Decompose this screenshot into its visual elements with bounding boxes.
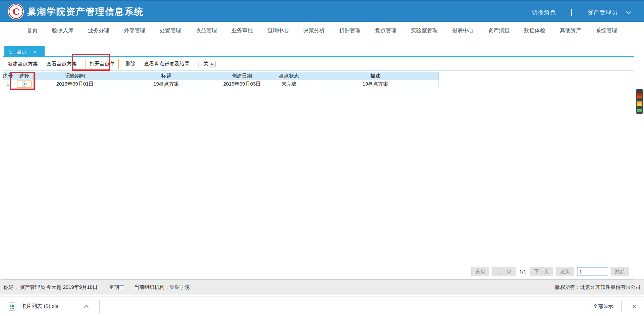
jump-button[interactable]: 跳转 (611, 267, 629, 276)
first-page-button[interactable]: 首页 (471, 267, 489, 276)
cell-period: 2019年09月01日 (36, 80, 114, 88)
content-panel: 盘点 ✕ 新建盘点方案 查看盘点方案 打开盘点单 删除 查看盘点进度及结果 关 … (3, 40, 634, 279)
download-bar: 卡片列表 (1).xls 全部显示 ✕ (0, 297, 644, 316)
cell-created: 2019年09月03日 (218, 80, 266, 88)
cell-desc: 19盘点方案 (312, 80, 439, 88)
tab-close-icon[interactable]: ✕ (33, 49, 37, 54)
header-divider (571, 9, 572, 16)
download-bar-divider (99, 300, 100, 313)
new-inventory-plan-button[interactable]: 新建盘点方案 (8, 61, 38, 67)
performance-bars-icon (637, 91, 642, 112)
col-header-period: 记账期间 (36, 72, 114, 80)
nav-item-system[interactable]: 系统管理 (596, 27, 617, 34)
downloaded-file-name: 卡片列表 (1).xls (21, 303, 58, 310)
current-role-label: 资产管理员 (587, 8, 618, 16)
excel-file-icon (9, 302, 15, 311)
view-progress-result-button[interactable]: 查看盘点进度及结果 (144, 61, 190, 67)
downloaded-file-chip[interactable]: 卡片列表 (1).xls (9, 302, 89, 311)
status-organization: 当前组织机构：巢湖学院 (134, 284, 190, 290)
app-header: C 巢湖学院资产管理信息系统 切换角色 资产管理员 (0, 0, 644, 22)
nav-item-income[interactable]: 收益管理 (196, 27, 217, 34)
nav-item-inventory[interactable]: 盘点管理 (375, 27, 396, 34)
annotation-box-open-inventory (72, 54, 110, 71)
tab-label: 盘点 (17, 49, 27, 55)
performance-widget[interactable] (636, 89, 643, 114)
chevron-up-icon[interactable] (84, 305, 89, 310)
download-bar-close-icon[interactable]: ✕ (632, 303, 637, 310)
status-greeting: 你好， 资产管理员 今天是 2019年9月18日 (3, 284, 98, 290)
status-left: 你好， 资产管理员 今天是 2019年9月18日 星期三 当前组织机构：巢湖学院 (3, 284, 190, 291)
nav-item-lab[interactable]: 实验室管理 (411, 27, 438, 34)
nav-item-report[interactable]: 报表中心 (452, 27, 474, 34)
nav-item-analysis[interactable]: 决策分析 (303, 27, 325, 34)
switch-role-button[interactable]: 切换角色 (532, 8, 556, 16)
nav-item-home[interactable]: 首页 (27, 27, 38, 34)
logo-letter: C (8, 4, 24, 19)
nav-item-acceptance[interactable]: 验收入库 (52, 27, 73, 34)
page-info: 1/1 (519, 269, 526, 274)
nav-item-query[interactable]: 查询中心 (267, 27, 289, 34)
overflow-arrow-button[interactable]: ▶ (209, 61, 216, 67)
nav-item-external[interactable]: 外部管理 (124, 27, 145, 34)
header-right: 切换角色 资产管理员 (532, 1, 630, 23)
nav-item-approval[interactable]: 业务审批 (231, 27, 253, 34)
annotation-box-select-radio (10, 72, 35, 90)
grid-bottom-divider (3, 263, 634, 263)
col-header-title: 标题 (114, 72, 218, 80)
university-logo-icon: C (8, 4, 24, 19)
nav-item-asset-check[interactable]: 资产清查 (488, 27, 509, 34)
cell-title: 19盘点方案 (114, 80, 218, 88)
arrow-right-icon: ▶ (211, 62, 214, 66)
nav-item-depreciation[interactable]: 折旧管理 (339, 27, 361, 34)
current-role-menu[interactable]: 资产管理员 (587, 8, 630, 16)
table-row[interactable]: 1 2019年09月01日 19盘点方案 2019年09月03日 未完成 19盘… (3, 80, 634, 88)
col-header-desc: 描述 (312, 72, 439, 80)
download-bar-right: 全部显示 ✕ (585, 300, 639, 313)
target-icon (8, 50, 13, 54)
nav-item-other-assets[interactable]: 其他资产 (560, 27, 581, 34)
col-header-status: 盘点状态 (266, 72, 312, 80)
status-bar: 你好， 资产管理员 今天是 2019年9月18日 星期三 当前组织机构：巢湖学院… (0, 279, 644, 295)
nav-item-data-check[interactable]: 数据体检 (524, 27, 545, 34)
status-weekday: 星期三 (109, 284, 124, 290)
inventory-plan-grid: 序号 选择 记账期间 标题 创建日期 盘点状态 描述 1 2019年09月01日… (3, 72, 634, 88)
tab-inventory[interactable]: 盘点 ✕ (4, 46, 45, 57)
chevron-down-icon[interactable] (626, 9, 632, 14)
next-page-button[interactable]: 下一页 (530, 267, 553, 276)
copyright-text: 版权所有：北京久其软件股份有限公司 (555, 284, 641, 291)
nav-item-business[interactable]: 业务办理 (88, 27, 109, 34)
toolbar-overflow: 关 ▶ (203, 61, 216, 67)
cell-status: 未完成 (266, 80, 312, 88)
toolbar-separator (198, 61, 199, 67)
overflow-label: 关 (203, 61, 208, 67)
main-nav: 首页 验收入库 业务办理 外部管理 处置管理 收益管理 业务审批 查询中心 决策… (0, 22, 644, 39)
grid-header-row: 序号 选择 记账期间 标题 创建日期 盘点状态 描述 (3, 72, 634, 80)
pagination: 首页 上一页 1/1 下一页 尾页 跳转 (471, 267, 629, 276)
page-title: 巢湖学院资产管理信息系统 (27, 6, 144, 18)
delete-button[interactable]: 删除 (125, 61, 136, 67)
last-page-button[interactable]: 尾页 (556, 267, 574, 276)
page-jump-input[interactable] (577, 267, 608, 276)
nav-item-disposal[interactable]: 处置管理 (160, 27, 181, 34)
prev-page-button[interactable]: 上一页 (492, 267, 516, 276)
show-all-button[interactable]: 全部显示 (585, 300, 622, 313)
col-header-created: 创建日期 (218, 72, 266, 80)
